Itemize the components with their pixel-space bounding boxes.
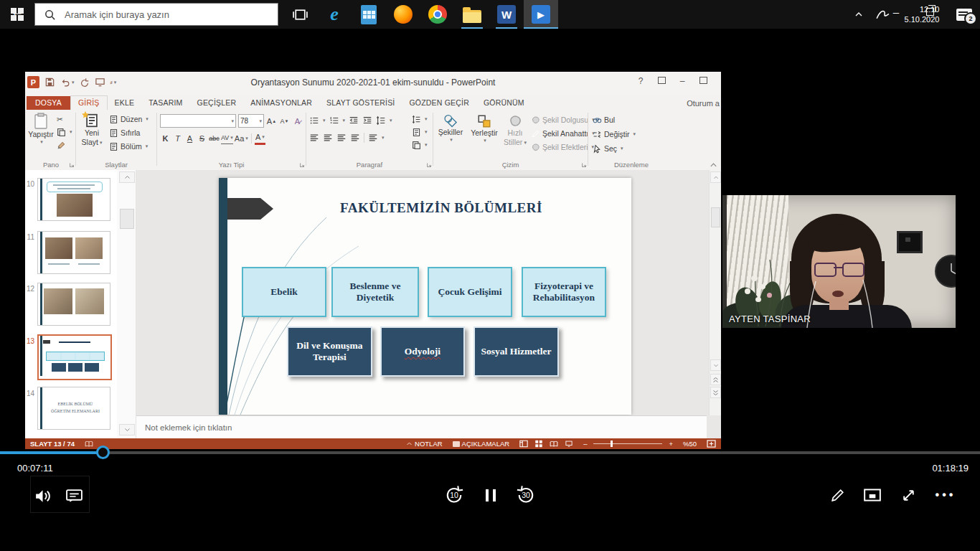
- thumb-scroll-thumb[interactable]: [120, 209, 134, 229]
- notes-toggle-button[interactable]: NOTLAR: [406, 440, 443, 448]
- dept-box-beslenme[interactable]: Beslenme ve Diyetetik: [331, 267, 419, 317]
- underline-button[interactable]: A: [184, 133, 195, 144]
- ppt-close-button[interactable]: ×: [718, 76, 721, 86]
- italic-button[interactable]: T: [172, 133, 183, 144]
- fit-slide-button[interactable]: [707, 440, 716, 448]
- find-button[interactable]: Bul: [593, 114, 636, 126]
- select-button[interactable]: Seç: [593, 143, 636, 154]
- search-input[interactable]: [63, 9, 260, 21]
- volume-button[interactable]: [29, 485, 56, 507]
- taskbar-chrome[interactable]: [420, 0, 455, 29]
- smartart-button[interactable]: [412, 139, 428, 151]
- text-shadow-button[interactable]: abc: [209, 133, 220, 144]
- decrease-indent-button[interactable]: [349, 115, 359, 126]
- tray-windows-ink[interactable]: [870, 0, 895, 29]
- dept-box-ebelik[interactable]: Ebelik: [242, 267, 326, 317]
- align-left-button[interactable]: [309, 132, 319, 143]
- change-case-button[interactable]: Aa: [235, 133, 248, 144]
- align-text-button[interactable]: [412, 126, 428, 138]
- align-right-button[interactable]: [336, 132, 347, 143]
- start-button[interactable]: [0, 0, 34, 29]
- paragraph-dialog-launcher-icon[interactable]: [426, 162, 432, 168]
- ppt-minimize-button[interactable]: –: [677, 76, 688, 86]
- editor-scroll-thumb[interactable]: [711, 207, 720, 227]
- shape-effects-button[interactable]: Şekil Efektleri: [531, 141, 595, 153]
- taskbar-internet-explorer[interactable]: e: [317, 0, 352, 29]
- slide-thumbnail-12[interactable]: [37, 283, 110, 326]
- forward-30-button[interactable]: 30: [512, 482, 540, 508]
- tab-tasarim[interactable]: TASARIM: [141, 96, 189, 110]
- comments-toggle-button[interactable]: AÇIKLAMALAR: [453, 440, 510, 448]
- help-button[interactable]: ?: [635, 76, 646, 86]
- bold-button[interactable]: K: [160, 133, 171, 144]
- tray-clock[interactable]: 12:10 5.10.2020: [895, 0, 948, 29]
- bullets-button[interactable]: [309, 115, 326, 126]
- slide-thumbnail-11[interactable]: [37, 231, 110, 274]
- arrange-button[interactable]: Yerleştir: [468, 114, 501, 144]
- next-slide-button[interactable]: [710, 387, 721, 398]
- copy-button[interactable]: [57, 126, 72, 138]
- columns-button[interactable]: [368, 132, 385, 143]
- tab-slayt-gosterisi[interactable]: SLAYT GÖSTERİSİ: [319, 96, 402, 110]
- new-slide-button[interactable]: Yeni Slayt: [77, 113, 106, 147]
- line-spacing-button[interactable]: [376, 115, 392, 126]
- sign-in-label[interactable]: Oturum a: [687, 99, 720, 108]
- annotate-pen-button[interactable]: [825, 484, 849, 507]
- font-color-button[interactable]: A: [255, 131, 265, 145]
- taskbar-firefox[interactable]: [386, 0, 420, 29]
- format-painter-button[interactable]: [57, 139, 72, 151]
- tab-gorunum[interactable]: GÖRÜNÜM: [476, 96, 532, 110]
- slide-title[interactable]: FAKÜLTEMİZİN BÖLÜMLERİ: [262, 200, 621, 216]
- collapse-ribbon-icon[interactable]: [710, 162, 717, 168]
- shapes-button[interactable]: Şekiller: [435, 114, 466, 143]
- tab-animasyonlar[interactable]: ANİMASYONLAR: [243, 96, 319, 110]
- thumb-scroll-up-button[interactable]: [119, 171, 135, 183]
- zoom-out-button[interactable]: –: [583, 440, 587, 448]
- clear-formatting-button[interactable]: A̷: [292, 116, 303, 127]
- slide-thumbnail-14[interactable]: EBELİK BÖLÜMÜ ÖĞRETİM ELEMANLARI: [37, 387, 110, 430]
- font-dialog-launcher-icon[interactable]: [299, 162, 305, 168]
- shape-outline-button[interactable]: Şekil Anahattı: [531, 128, 595, 139]
- slide-canvas[interactable]: FAKÜLTEMİZİN BÖLÜMLERİ Ebelik Beslenme v…: [219, 178, 631, 415]
- justify-button[interactable]: [350, 132, 360, 143]
- fullscreen-button[interactable]: [895, 484, 921, 507]
- font-size-combobox[interactable]: 78: [238, 114, 264, 128]
- tab-ekle[interactable]: EKLE: [108, 96, 142, 110]
- video-timeline[interactable]: [0, 451, 980, 454]
- reset-button[interactable]: Sıfırla: [109, 127, 149, 138]
- pause-button[interactable]: [478, 482, 504, 508]
- tray-show-hidden-icons[interactable]: [848, 0, 870, 29]
- slide-thumbnail-10[interactable]: [37, 178, 110, 221]
- slide-sorter-view-button[interactable]: [534, 440, 543, 448]
- shape-fill-button[interactable]: Şekil Dolgusu: [531, 114, 595, 126]
- drawing-dialog-launcher-icon[interactable]: [581, 162, 587, 168]
- tab-giris[interactable]: GİRİŞ: [70, 95, 108, 110]
- dept-box-sosyal[interactable]: Sosyal Hizmetler: [473, 326, 559, 377]
- zoom-slider-thumb[interactable]: [611, 441, 613, 447]
- numbering-button[interactable]: [329, 115, 346, 126]
- editor-scroll-down-button[interactable]: [710, 359, 721, 371]
- paste-button[interactable]: Yapıştır: [28, 113, 54, 146]
- normal-view-button[interactable]: [519, 440, 528, 448]
- zoom-slider[interactable]: [593, 443, 662, 444]
- reading-view-button[interactable]: [550, 441, 558, 448]
- thumb-scroll-down-button[interactable]: [119, 424, 135, 435]
- section-button[interactable]: Bölüm: [109, 141, 149, 152]
- cut-button[interactable]: ✂: [57, 113, 72, 125]
- quick-styles-button[interactable]: Hızlı Stiller: [502, 114, 528, 147]
- editor-scroll-up-button[interactable]: [710, 171, 721, 183]
- clipboard-dialog-launcher-icon[interactable]: [69, 162, 75, 168]
- notes-pane[interactable]: Not eklemek için tıklatın: [136, 415, 707, 438]
- mini-player-button[interactable]: [859, 484, 885, 507]
- zoom-in-button[interactable]: +: [669, 440, 673, 448]
- rewind-10-button[interactable]: 10: [440, 482, 468, 508]
- replace-button[interactable]: Değiştir: [593, 128, 636, 140]
- taskbar-search[interactable]: [34, 3, 278, 26]
- task-view-button[interactable]: [283, 0, 317, 29]
- taskbar-video-player[interactable]: ▶: [524, 0, 558, 29]
- captions-button[interactable]: [60, 485, 88, 507]
- dept-box-fizyoterapi[interactable]: Fizyoterapi ve Rehabilitasyon: [522, 267, 606, 317]
- dept-box-dil-konusma[interactable]: Dil ve Konuşma Terapisi: [287, 326, 372, 377]
- dept-box-cocuk[interactable]: Çocuk Gelişimi: [428, 267, 512, 317]
- slide-thumbnail-13[interactable]: [37, 334, 112, 380]
